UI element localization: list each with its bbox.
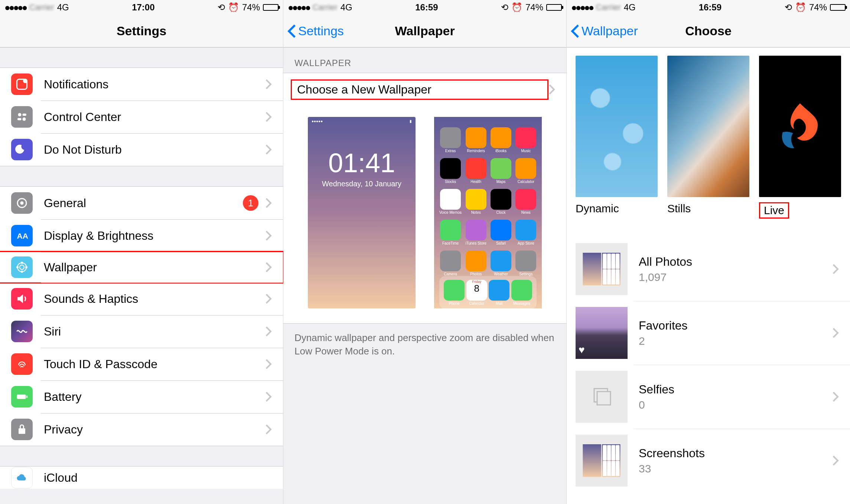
category-live[interactable]: Live: [759, 56, 841, 219]
lock-screen-preview[interactable]: ●●●●●▮ 01:41 Wednesday, 10 January: [308, 117, 416, 308]
row-dnd[interactable]: Do Not Disturb: [0, 133, 283, 166]
category-label: Live: [759, 202, 789, 219]
live-thumb: [759, 56, 841, 197]
sounds-icon: [11, 288, 33, 310]
row-wallpaper[interactable]: Wallpaper: [0, 251, 284, 284]
row-display[interactable]: AA Display & Brightness: [0, 219, 283, 252]
row-label: Sounds & Haptics: [44, 292, 265, 306]
album-all-photos[interactable]: All Photos 1,097: [567, 237, 850, 301]
orientation-lock-icon: ⟲: [501, 2, 508, 13]
dock-app-label: Messages: [513, 301, 530, 305]
svg-point-14: [25, 266, 27, 268]
chevron-icon: [832, 327, 839, 338]
chevron-icon: [832, 264, 839, 275]
row-general[interactable]: General 1: [0, 187, 283, 219]
row-siri[interactable]: Siri: [0, 315, 283, 348]
clock: 16:59: [699, 2, 722, 13]
app-icon-grid: ExtrasRemindersiBooksMusicStocksHealthMa…: [439, 127, 537, 276]
clock: 16:59: [415, 2, 438, 13]
app-label: Maps: [496, 180, 505, 184]
chevron-icon: [548, 84, 555, 95]
chevron-icon: [265, 230, 272, 241]
chevron-icon: [265, 144, 272, 155]
svg-point-1: [23, 79, 27, 83]
category-dynamic[interactable]: Dynamic: [576, 56, 658, 219]
nav-bar: Settings: [0, 15, 283, 48]
row-notifications[interactable]: Notifications: [0, 68, 283, 101]
category-stills[interactable]: Stills: [667, 56, 749, 219]
app-label: Reminders: [467, 149, 485, 153]
svg-rect-16: [26, 396, 27, 398]
app-icon: [466, 251, 486, 271]
app-label: Notes: [471, 210, 481, 215]
app-icon: [491, 158, 511, 179]
page-title: Choose: [685, 24, 732, 38]
display-icon: AA: [11, 225, 33, 246]
app-icon: [466, 189, 486, 210]
choose-new-wallpaper-row[interactable]: Choose a New Wallpaper: [283, 73, 566, 106]
row-control-center[interactable]: Control Center: [0, 101, 283, 133]
row-label: Notifications: [44, 78, 265, 91]
carrier-label: Carrier: [313, 3, 338, 12]
battery-pct: 74%: [242, 2, 260, 13]
photo-albums: All Photos 1,097 ♥ Favorites 2: [567, 237, 850, 492]
back-label: Settings: [298, 24, 344, 38]
svg-rect-15: [17, 395, 26, 399]
row-touchid[interactable]: Touch ID & Passcode: [0, 348, 283, 380]
category-label: Stills: [667, 202, 749, 215]
app-label: FaceTime: [442, 241, 459, 245]
gear-icon: [11, 192, 33, 214]
app-label: Calculator: [518, 180, 534, 184]
wallpaper-preview-pair: ●●●●●▮ 01:41 Wednesday, 10 January Extra…: [283, 106, 566, 324]
album-favorites[interactable]: ♥ Favorites 2: [567, 301, 850, 365]
alarm-icon: ⏰: [795, 2, 806, 13]
app-icon: [515, 189, 536, 210]
badge-count: 1: [243, 195, 258, 211]
app-label: Safari: [496, 241, 506, 245]
back-label: Wallpaper: [582, 24, 638, 38]
back-button[interactable]: Settings: [287, 24, 344, 39]
choose-wallpaper-screen: ●●●●● Carrier 4G 16:59 ⟲ ⏰ 74% Wallpaper…: [567, 0, 850, 504]
album-title: All Photos: [639, 255, 832, 269]
app-icon: [466, 158, 486, 179]
svg-point-12: [21, 271, 23, 273]
orientation-lock-icon: ⟲: [785, 2, 792, 13]
app-label: Settings: [519, 272, 533, 276]
chevron-icon: [265, 111, 272, 122]
status-bar: ●●●●● Carrier 4G 16:59 ⟲ ⏰ 74%: [283, 0, 566, 15]
svg-rect-18: [597, 392, 610, 405]
app-icon: [440, 127, 461, 148]
battery-icon: [830, 4, 846, 11]
app-label: Weather: [494, 272, 508, 276]
svg-point-5: [23, 118, 26, 121]
svg-rect-3: [23, 114, 27, 116]
row-privacy[interactable]: Privacy: [0, 413, 283, 446]
app-icon: [466, 127, 486, 148]
settings-group-3: iCloud: [0, 466, 283, 489]
row-label: iCloud: [44, 471, 272, 485]
svg-text:AA: AA: [17, 232, 28, 240]
wallpaper-group: Choose a New Wallpaper: [283, 73, 566, 106]
svg-point-7: [20, 202, 24, 205]
svg-point-13: [16, 266, 19, 268]
app-icon: [491, 127, 511, 148]
back-button[interactable]: Wallpaper: [570, 24, 638, 39]
carrier-label: Carrier: [596, 3, 621, 12]
row-battery[interactable]: Battery: [0, 380, 283, 413]
row-icloud[interactable]: iCloud: [0, 467, 283, 489]
album-selfies[interactable]: Selfies 0: [567, 365, 850, 429]
row-label: General: [44, 196, 243, 210]
signal-icon: ●●●●●: [4, 2, 26, 13]
home-screen-preview[interactable]: ExtrasRemindersiBooksMusicStocksHealthMa…: [434, 117, 542, 308]
app-label: App Store: [518, 241, 534, 245]
row-sounds[interactable]: Sounds & Haptics: [0, 282, 283, 315]
nav-bar: Wallpaper Choose: [567, 15, 850, 48]
chevron-icon: [265, 359, 272, 370]
app-label: Health: [470, 180, 481, 184]
album-screenshots[interactable]: Screenshots 33: [567, 429, 850, 492]
page-title: Wallpaper: [395, 24, 455, 38]
app-label: iBooks: [495, 149, 507, 153]
dock-app-icon: [511, 280, 532, 301]
chevron-icon: [832, 391, 839, 402]
settings-group-1: Notifications Control Center Do Not Dist…: [0, 68, 283, 166]
